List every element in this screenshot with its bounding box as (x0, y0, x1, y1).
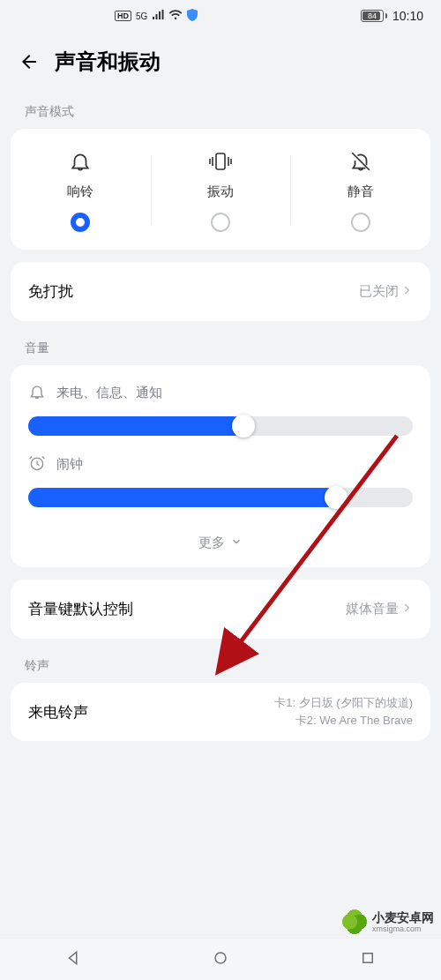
status-bar: HD 5G 84 10:10 (0, 0, 441, 32)
volume-incoming: 来电、信息、通知 (28, 383, 413, 437)
nav-home-button[interactable] (186, 941, 255, 978)
watermark-logo-icon (342, 909, 367, 934)
sound-mode-card: 响铃 振动 静音 (11, 129, 430, 250)
nav-recents-button[interactable] (333, 941, 402, 978)
wifi-icon (168, 10, 183, 23)
back-button[interactable] (18, 50, 41, 73)
navigation-bar (0, 938, 441, 980)
chevron-down-icon (230, 535, 243, 550)
mode-vibrate-label: 振动 (207, 183, 234, 200)
radio-mute[interactable] (351, 213, 370, 232)
vol-key-ctrl-title: 音量键默认控制 (28, 599, 133, 619)
bell-icon (69, 148, 92, 175)
ringtone-row[interactable]: 来电铃声 卡1: 夕日坂 (夕阳下的坡道) 卡2: We Are The Bra… (11, 683, 430, 741)
chevron-right-icon (400, 284, 413, 299)
more-button[interactable]: 更多 (28, 526, 413, 557)
nav-back-button[interactable] (39, 941, 108, 978)
slider-thumb-icon[interactable] (325, 486, 348, 509)
svg-rect-0 (216, 153, 225, 169)
bell-outline-icon (28, 383, 46, 403)
radio-vibrate[interactable] (211, 213, 230, 232)
watermark: 小麦安卓网 xmsigma.com (342, 909, 434, 934)
mode-mute[interactable]: 静音 (290, 148, 430, 232)
svg-rect-4 (363, 953, 372, 962)
slider-incoming[interactable] (28, 415, 413, 437)
signal-icon (152, 10, 164, 23)
page-title: 声音和振动 (55, 48, 161, 76)
mode-vibrate[interactable]: 振动 (151, 148, 291, 232)
slider-thumb-icon[interactable] (232, 415, 255, 438)
ringtone-title: 来电铃声 (28, 702, 88, 722)
shield-icon (187, 9, 198, 24)
battery-icon: 84 (361, 10, 387, 22)
section-label-sound-mode: 声音模式 (0, 97, 441, 129)
page-header: 声音和振动 (0, 32, 441, 97)
section-label-ringtone: 铃声 (0, 639, 441, 683)
bell-off-icon (349, 148, 372, 175)
watermark-sub: xmsigma.com (372, 924, 434, 933)
svg-point-3 (215, 953, 226, 963)
section-label-volume: 音量 (0, 321, 441, 365)
hd-icon: HD (115, 11, 131, 21)
volume-incoming-label: 来电、信息、通知 (56, 385, 162, 401)
radio-ring[interactable] (71, 213, 90, 232)
more-label: 更多 (198, 535, 225, 551)
arrow-left-icon (19, 51, 40, 72)
dnd-value: 已关闭 (359, 283, 399, 300)
mode-ring-label: 响铃 (67, 183, 93, 200)
vol-key-ctrl-value: 媒体音量 (346, 601, 399, 617)
ringtone-sim1: 卡1: 夕日坂 (夕阳下的坡道) (274, 695, 413, 711)
slider-alarm[interactable] (28, 487, 413, 508)
clock: 10:10 (392, 9, 423, 23)
dnd-title: 免打扰 (28, 281, 73, 302)
vibrate-icon (207, 148, 234, 175)
watermark-text: 小麦安卓网 (372, 910, 434, 924)
mode-ring[interactable]: 响铃 (11, 148, 151, 232)
volume-alarm-label: 闹钟 (56, 456, 83, 473)
volume-alarm: 闹钟 (28, 454, 413, 508)
volume-card: 来电、信息、通知 闹钟 更多 (11, 365, 430, 567)
ringtone-sim2: 卡2: We Are The Brave (295, 713, 413, 729)
dnd-row[interactable]: 免打扰 已关闭 (11, 262, 430, 321)
vol-key-ctrl-row[interactable]: 音量键默认控制 媒体音量 (11, 580, 430, 639)
network-indicator: 5G (136, 11, 147, 21)
chevron-right-icon (400, 602, 413, 617)
mode-mute-label: 静音 (348, 183, 374, 200)
clock-icon (28, 454, 46, 475)
